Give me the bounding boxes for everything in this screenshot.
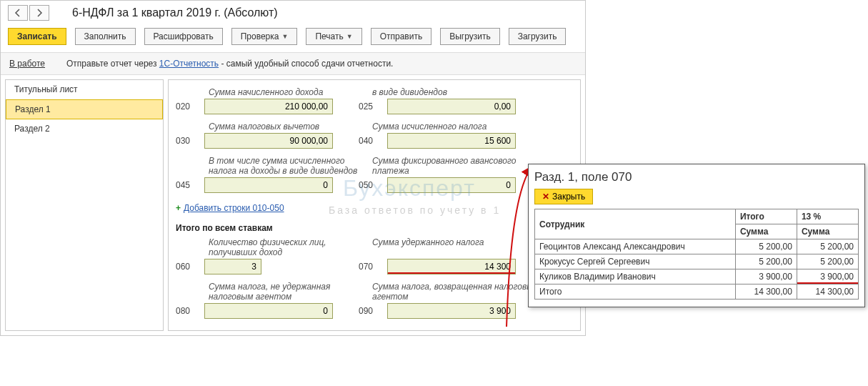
field-080[interactable]: [204, 303, 333, 319]
label-020: Сумма начисленного дохода: [176, 84, 372, 99]
status-bar: В работе Отправьте отчет через 1С-Отчетн…: [1, 52, 585, 75]
titlebar: 6-НДФЛ за 1 квартал 2019 г. (Абсолют): [1, 1, 585, 22]
table-row[interactable]: Куликов Владимир Иванович 3 900,00 3 900…: [535, 269, 859, 284]
code-025: 025: [359, 102, 387, 112]
popup-title: Разд. 1, поле 070: [534, 169, 859, 189]
page-title: 6-НДФЛ за 1 квартал 2019 г. (Абсолют): [72, 6, 278, 19]
code-050: 050: [359, 180, 387, 190]
field-025[interactable]: [387, 99, 516, 114]
code-090: 090: [359, 306, 387, 316]
field-050[interactable]: [387, 177, 516, 193]
code-020: 020: [176, 102, 204, 112]
report-service-link[interactable]: 1С-Отчетность: [159, 59, 219, 69]
print-button[interactable]: Печать ▼: [306, 28, 361, 45]
decode-button[interactable]: Расшифровать: [144, 28, 223, 45]
check-button-label: Проверка: [241, 31, 279, 41]
table-row[interactable]: Крокусус Сергей Сергеевич 5 200,00 5 200…: [535, 254, 859, 269]
form-area: Сумма начисленного дохода в виде дивиден…: [168, 79, 581, 331]
close-button[interactable]: ✕ Закрыть: [534, 189, 593, 204]
col-employee: Сотрудник: [535, 209, 736, 239]
field-030[interactable]: [204, 133, 333, 149]
nav-forward-button[interactable]: [29, 5, 49, 21]
field-045[interactable]: [204, 177, 333, 193]
chevron-down-icon: ▼: [281, 33, 288, 40]
field-060[interactable]: [204, 259, 261, 274]
label-040: Сумма исчисленного налога: [372, 119, 551, 133]
nav-back-button[interactable]: [8, 5, 28, 21]
fill-button[interactable]: Заполнить: [75, 28, 136, 45]
import-button[interactable]: Загрузить: [509, 28, 567, 45]
write-button[interactable]: Записать: [8, 28, 66, 45]
code-060: 060: [176, 262, 204, 272]
toolbar: Записать Заполнить Расшифровать Проверка…: [1, 22, 585, 52]
detail-table: Сотрудник Итого 13 % Сумма Сумма Геоцинт…: [534, 209, 859, 300]
add-rows-label: Добавить строки 010-050: [184, 203, 284, 213]
sidebar-item-section-2[interactable]: Раздел 2: [6, 119, 163, 139]
col-total-sum: Сумма: [735, 224, 797, 239]
sidebar-item-title-page[interactable]: Титульный лист: [6, 80, 163, 99]
close-button-label: Закрыть: [552, 192, 585, 202]
send-button[interactable]: Отправить: [371, 28, 432, 45]
col-rate-sum: Сумма: [797, 224, 858, 239]
code-080: 080: [176, 306, 204, 316]
label-045: В том числе сумма исчисленного налога на…: [176, 153, 372, 177]
print-button-label: Печать: [315, 31, 343, 41]
code-045: 045: [176, 180, 204, 190]
totals-heading: Итого по всем ставкам: [176, 219, 573, 234]
label-090: Сумма налога, возвращенная налоговым аге…: [372, 279, 551, 303]
col-rate: 13 %: [797, 209, 858, 224]
label-070: Сумма удержанного налога: [372, 234, 551, 259]
table-row[interactable]: Геоцинтов Александ Александрович 5 200,0…: [535, 239, 859, 254]
code-040: 040: [359, 136, 387, 146]
section-sidebar: Титульный лист Раздел 1 Раздел 2: [5, 79, 164, 331]
code-030: 030: [176, 136, 204, 146]
label-025: в виде дивидендов: [372, 84, 551, 99]
status-state[interactable]: В работе: [9, 59, 45, 69]
add-rows-link[interactable]: + Добавить строки 010-050: [176, 197, 573, 219]
sidebar-item-section-1[interactable]: Раздел 1: [6, 99, 163, 119]
main-window: 6-НДФЛ за 1 квартал 2019 г. (Абсолют) За…: [0, 0, 586, 336]
label-060: Количество физических лиц, получивших до…: [176, 234, 372, 259]
label-050: Сумма фиксированного авансового платежа: [372, 153, 551, 177]
code-070: 070: [359, 262, 387, 272]
check-button[interactable]: Проверка ▼: [231, 28, 298, 45]
table-footer: Итого 14 300,00 14 300,00: [535, 284, 859, 300]
label-030: Сумма налоговых вычетов: [176, 119, 372, 133]
chevron-down-icon: ▼: [346, 33, 353, 40]
field-020[interactable]: [204, 99, 333, 114]
detail-popup: Разд. 1, поле 070 ✕ Закрыть Сотрудник Ит…: [528, 164, 865, 307]
label-080: Сумма налога, не удержанная налоговым аг…: [176, 279, 372, 303]
close-icon: ✕: [542, 192, 549, 202]
field-090[interactable]: [387, 303, 516, 319]
field-040[interactable]: [387, 133, 516, 149]
content: Титульный лист Раздел 1 Раздел 2 Сумма н…: [1, 75, 585, 335]
export-button[interactable]: Выгрузить: [440, 28, 500, 45]
col-total: Итого: [735, 209, 797, 224]
status-hint: Отправьте отчет через 1С-Отчетность - са…: [66, 59, 393, 69]
field-070[interactable]: [387, 259, 516, 274]
plus-icon: +: [176, 203, 181, 213]
